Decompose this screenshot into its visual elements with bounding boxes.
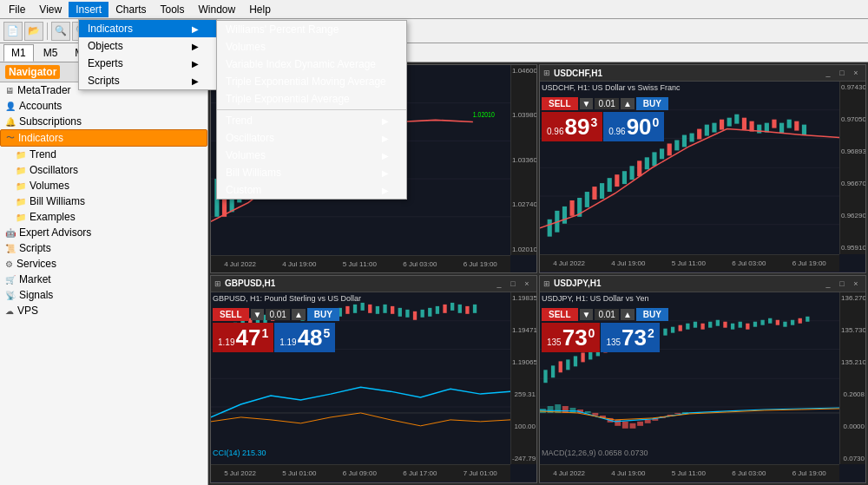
objects-arrow-icon: ▶ — [192, 42, 199, 51]
nav-bill-williams[interactable]: 📁 Bill Williams — [10, 193, 207, 209]
svg-rect-37 — [779, 123, 784, 134]
menu-item-scripts[interactable]: Scripts ▶ — [79, 72, 216, 89]
sell-label-usdjpy[interactable]: SELL — [542, 308, 578, 321]
market-icon: 🛒 — [5, 275, 16, 285]
nav-examples[interactable]: 📁 Examples — [10, 209, 207, 225]
gbpusd-close-btn[interactable]: × — [521, 278, 533, 290]
toolbar-sep-1 — [47, 23, 48, 40]
gbpusd-minimize-btn[interactable]: _ — [493, 278, 505, 290]
buy-label-usdchf[interactable]: BUY — [636, 97, 668, 110]
nav-market[interactable]: 🛒 Market — [0, 272, 207, 287]
chart-minimize-btn[interactable]: _ — [822, 67, 834, 79]
menu-item-experts[interactable]: Experts ▶ — [79, 55, 216, 72]
chart-usdchf-body[interactable]: USDCHF, H1: US Dollar vs Swiss Franc SEL… — [540, 82, 865, 272]
nav-indicators[interactable]: 〜 Indicators — [0, 129, 207, 147]
submenu-volumes2[interactable]: Volumes ▶ — [217, 147, 406, 164]
submenu-custom[interactable]: Custom ▶ — [217, 181, 406, 199]
sell-arrow-down-usdjpy[interactable]: ▼ — [580, 309, 594, 320]
trade-row-usdchf-top: SELL ▼ 0.01 ▲ BUY — [542, 97, 668, 110]
nav-signals[interactable]: 📡 Signals — [0, 287, 207, 303]
buy-int-usdchf: 90 — [627, 115, 652, 138]
svg-rect-27 — [705, 125, 709, 136]
submenu-triple-exp-moving[interactable]: Triple Exponential Moving Average — [217, 73, 406, 90]
nav-trend[interactable]: 📁 Trend — [10, 147, 207, 162]
insert-menu-container[interactable]: Indicators ▶ Williams' Percent Range Vol… — [78, 19, 217, 90]
buy-label-gbpusd[interactable]: BUY — [307, 308, 339, 321]
menu-file[interactable]: File — [2, 2, 32, 17]
svg-rect-80 — [473, 304, 477, 312]
indicators-submenu[interactable]: Williams' Percent Range Volumes Variable… — [216, 20, 407, 200]
lot-arrow-up-usdchf[interactable]: ▲ — [621, 98, 635, 109]
volumes-folder-icon: 📁 — [16, 181, 26, 191]
submenu-bill-williams[interactable]: Bill Williams ▶ — [217, 164, 406, 181]
submenu-williams-percent[interactable]: Williams' Percent Range — [217, 21, 406, 38]
nav-volumes[interactable]: 📁 Volumes — [10, 178, 207, 193]
nav-scripts[interactable]: 📜 Scripts — [0, 240, 207, 256]
chart-usdjpy-body[interactable]: USDJPY, H1: US Dollar vs Yen SELL ▼ 0.01… — [540, 292, 865, 482]
chart-usdchf-subtitle: USDCHF, H1: US Dollar vs Swiss Franc — [542, 83, 838, 92]
sell-label-usdchf[interactable]: SELL — [542, 97, 578, 110]
svg-rect-13 — [600, 183, 604, 199]
lot-arrow-up-usdjpy[interactable]: ▲ — [621, 309, 635, 320]
subscriptions-icon: 🔔 — [5, 117, 16, 127]
nav-subscriptions[interactable]: 🔔 Subscriptions — [0, 114, 207, 129]
usdjpy-close-btn[interactable]: × — [850, 278, 862, 290]
nav-accounts[interactable]: 👤 Accounts — [0, 98, 207, 114]
submenu-trend[interactable]: Trend ▶ — [217, 112, 406, 129]
chart-close-btn[interactable]: × — [850, 67, 862, 79]
submenu-volumes[interactable]: Volumes — [217, 38, 406, 56]
tab-m5[interactable]: M5 — [36, 44, 66, 62]
submenu-oscillators[interactable]: Oscillators ▶ — [217, 129, 406, 147]
svg-rect-12 — [592, 187, 596, 200]
submenu-triple-exp[interactable]: Triple Exponential Average — [217, 90, 406, 108]
svg-rect-67 — [376, 305, 379, 313]
lot-usdjpy[interactable]: 0.01 — [595, 309, 618, 320]
menu-window[interactable]: Window — [192, 2, 243, 17]
svg-text:1.02010: 1.02010 — [473, 110, 495, 119]
usdjpy-maximize-btn[interactable]: □ — [836, 278, 848, 290]
chart-usdchf[interactable]: ⊞ USDCHF,H1 _ □ × USDCHF, H1: US Dollar … — [539, 64, 866, 273]
svg-rect-136 — [708, 321, 712, 327]
sell-arrow-down-gbpusd[interactable]: ▼ — [251, 309, 265, 320]
svg-rect-72 — [413, 311, 417, 319]
sell-label-gbpusd[interactable]: SELL — [213, 308, 249, 321]
sell-arrow-down-usdchf[interactable]: ▼ — [580, 98, 594, 109]
lot-usdchf[interactable]: 0.01 — [595, 98, 618, 109]
buy-label-usdjpy[interactable]: BUY — [636, 308, 668, 321]
menu-tools[interactable]: Tools — [154, 2, 192, 17]
svg-rect-114 — [543, 370, 547, 383]
open-btn[interactable]: 📂 — [24, 22, 43, 41]
indicators-icon: 〜 — [6, 132, 15, 144]
menu-insert[interactable]: Insert — [69, 2, 108, 17]
new-chart-btn[interactable]: 📄 — [3, 22, 23, 41]
sell-dec-usdchf: 3 — [590, 115, 597, 129]
menu-item-objects[interactable]: Objects ▶ — [79, 37, 216, 55]
lot-arrow-up-gbpusd[interactable]: ▲ — [292, 309, 306, 320]
chart-usdjpy[interactable]: ⊞ USDJPY,H1 _ □ × USDJPY, H1: US Dollar … — [539, 275, 866, 484]
submenu-sep-1 — [217, 109, 406, 110]
chart-gbpusd[interactable]: ⊞ GBPUSD,H1 _ □ × GBPUSD, H1: Pound Ster… — [210, 275, 537, 484]
gbpusd-maximize-btn[interactable]: □ — [507, 278, 519, 290]
nav-expert-advisors[interactable]: 🤖 Expert Advisors — [0, 225, 207, 240]
menu-view[interactable]: View — [32, 2, 69, 17]
nav-vps[interactable]: ☁ VPS — [0, 303, 207, 318]
zoom-in-btn[interactable]: 🔍 — [51, 22, 70, 41]
chart-gbpusd-body[interactable]: GBPUSD, H1: Pound Sterling vs US Dollar … — [211, 292, 536, 482]
menu-help[interactable]: Help — [242, 2, 278, 17]
nav-oscillators[interactable]: 📁 Oscillators — [10, 162, 207, 178]
svg-rect-65 — [361, 302, 365, 310]
svg-rect-15 — [615, 174, 619, 187]
submenu-variable-index[interactable]: Variable Index Dynamic Average — [217, 56, 406, 73]
chart-maximize-btn[interactable]: □ — [836, 67, 848, 79]
trade-prices-usdjpy: 135 73 0 135 73 2 — [542, 323, 668, 352]
lot-gbpusd[interactable]: 0.01 — [266, 309, 289, 320]
tab-m1[interactable]: M1 — [3, 44, 34, 62]
svg-rect-40 — [802, 125, 806, 135]
svg-rect-79 — [465, 305, 469, 313]
usdjpy-minimize-btn[interactable]: _ — [822, 278, 834, 290]
nav-services[interactable]: ⚙ Services — [0, 256, 207, 272]
menu-item-indicators[interactable]: Indicators ▶ Williams' Percent Range Vol… — [79, 20, 216, 37]
svg-rect-141 — [746, 323, 749, 329]
menu-charts[interactable]: Charts — [108, 2, 153, 17]
insert-menu-popup[interactable]: Indicators ▶ Williams' Percent Range Vol… — [78, 19, 217, 90]
